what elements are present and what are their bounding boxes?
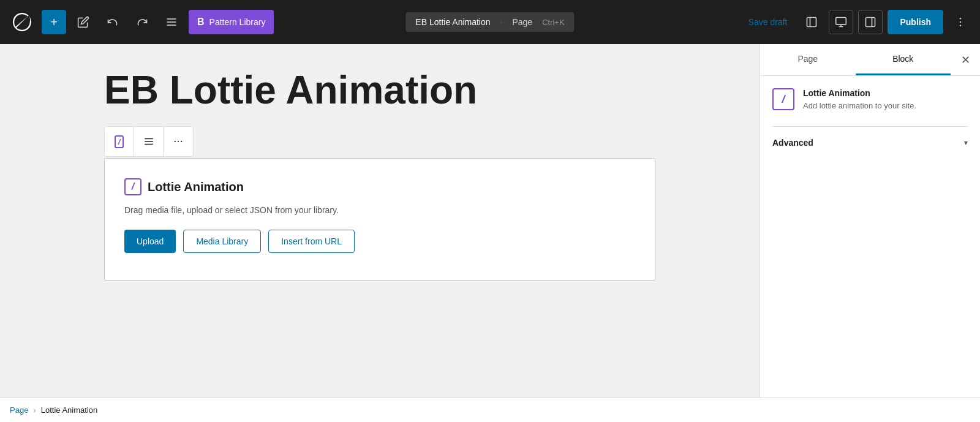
- pattern-library-label: Pattern Library: [209, 17, 266, 27]
- redo-button[interactable]: [130, 10, 154, 34]
- svg-rect-3: [807, 18, 816, 27]
- block-info: / Lottie Animation Add lottie animation …: [772, 88, 968, 111]
- save-draft-button[interactable]: Save draft: [741, 12, 795, 32]
- lottie-block-header: / Lottie Animation: [124, 178, 635, 195]
- svg-rect-4: [836, 18, 846, 25]
- svg-point-12: [175, 141, 176, 142]
- undo-button[interactable]: [100, 10, 125, 34]
- svg-point-13: [178, 141, 179, 142]
- block-info-description: Add lottie animation to your site.: [803, 100, 916, 111]
- breadcrumb-separator: ›: [33, 405, 36, 415]
- block-info-title: Lottie Animation: [803, 88, 916, 98]
- block-info-text: Lottie Animation Add lottie animation to…: [803, 88, 916, 111]
- page-title[interactable]: EB Lottie Animation: [104, 69, 655, 111]
- document-subtitle: Page: [512, 17, 532, 27]
- breadcrumb-current: Lottie Animation: [41, 405, 98, 415]
- main-content: EB Lottie Animation /: [0, 44, 980, 398]
- media-library-button[interactable]: Media Library: [183, 230, 261, 253]
- more-options-button[interactable]: [948, 10, 973, 34]
- list-view-button[interactable]: [159, 10, 184, 34]
- svg-point-14: [181, 141, 182, 142]
- tab-page[interactable]: Page: [760, 44, 856, 75]
- pattern-library-button[interactable]: B Pattern Library: [189, 10, 274, 34]
- svg-rect-5: [866, 18, 875, 27]
- block-toolbar: /: [104, 126, 194, 157]
- lottie-block-icon: /: [124, 178, 141, 195]
- settings-icon-button[interactable]: [829, 10, 853, 34]
- keyboard-shortcut: Ctrl+K: [542, 18, 564, 27]
- lottie-block-title: Lottie Animation: [148, 180, 244, 194]
- document-title-area: EB Lottie Animation · Page Ctrl+K: [405, 12, 574, 32]
- svg-point-8: [960, 25, 962, 27]
- sidebar-toggle-button[interactable]: [858, 10, 883, 34]
- publish-button[interactable]: Publish: [888, 10, 943, 34]
- lottie-block-buttons: Upload Media Library Insert from URL: [124, 230, 635, 253]
- top-bar-right: Save draft Publish: [741, 10, 973, 34]
- document-title-container[interactable]: EB Lottie Animation · Page Ctrl+K: [405, 12, 574, 32]
- upload-button[interactable]: Upload: [124, 230, 176, 253]
- edit-tool-button[interactable]: [71, 10, 96, 34]
- breadcrumb-page[interactable]: Page: [10, 405, 28, 415]
- insert-from-url-button[interactable]: Insert from URL: [268, 230, 355, 253]
- sidebar-close-button[interactable]: ✕: [953, 48, 978, 72]
- sidebar: Page Block ✕ / Lottie Animation Add lott…: [760, 44, 980, 398]
- lottie-block-description: Drag media file, upload or select JSON f…: [124, 205, 635, 215]
- svg-point-6: [960, 18, 962, 20]
- block-more-button[interactable]: [164, 127, 193, 156]
- chevron-down-icon: ▾: [964, 138, 968, 147]
- wp-logo[interactable]: [7, 7, 37, 37]
- svg-point-7: [960, 21, 962, 23]
- document-title: EB Lottie Animation: [415, 17, 490, 27]
- lottie-block: / Lottie Animation Drag media file, uplo…: [104, 158, 655, 281]
- add-block-button[interactable]: +: [42, 10, 66, 34]
- block-align-button[interactable]: [134, 127, 164, 156]
- sidebar-header: Page Block ✕: [760, 44, 980, 76]
- view-button[interactable]: [799, 10, 824, 34]
- block-edit-button[interactable]: /: [105, 127, 134, 156]
- advanced-section: Advanced ▾: [772, 126, 968, 156]
- sidebar-content: / Lottie Animation Add lottie animation …: [760, 76, 980, 398]
- top-bar: + B Pattern Library EB Lottie Animation …: [0, 0, 980, 44]
- tab-block[interactable]: Block: [856, 44, 951, 75]
- breadcrumb: Page › Lottie Animation: [0, 398, 980, 422]
- advanced-header[interactable]: Advanced ▾: [772, 129, 968, 156]
- advanced-label: Advanced: [772, 138, 813, 148]
- editor-area: EB Lottie Animation /: [0, 44, 760, 398]
- editor-canvas: EB Lottie Animation /: [104, 69, 655, 281]
- block-info-icon: /: [772, 88, 794, 110]
